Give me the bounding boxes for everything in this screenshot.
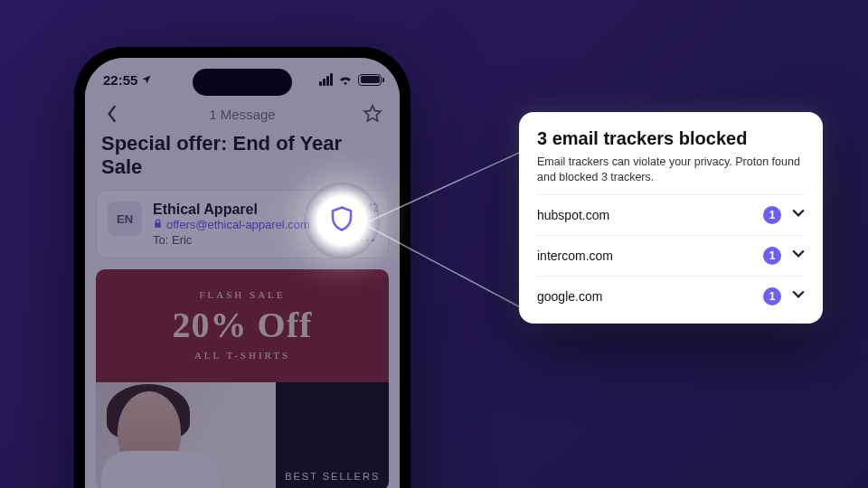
sender-email: offers@ethical-apparel.com: [166, 218, 310, 231]
to-line: To: Eric: [153, 233, 377, 247]
email-body: FLASH SALE 20% Off ALL T-SHIRTS BEST SEL…: [96, 269, 389, 488]
tracker-row[interactable]: intercom.com 1: [537, 235, 805, 276]
tracker-count-badge: 1: [763, 206, 781, 224]
promo-right: BEST SELLERS: [276, 382, 389, 488]
popup-desc: Email trackers can violate your privacy.…: [537, 155, 805, 185]
promo-headline: 20% Off: [105, 304, 380, 346]
trackers-popup: 3 email trackers blocked Email trackers …: [519, 112, 823, 324]
chevron-down-icon[interactable]: [792, 288, 805, 304]
promo-kicker: FLASH SALE: [105, 289, 380, 300]
status-time: 22:55: [103, 72, 137, 88]
battery-icon: [358, 74, 382, 86]
phone-screen: 22:55 1 Message Special offer:: [85, 58, 400, 488]
message-nav: 1 Message: [85, 101, 400, 130]
sender-card[interactable]: EN Ethical Apparel offers@ethical-appare…: [96, 190, 389, 258]
tracker-row[interactable]: hubspot.com 1: [537, 194, 805, 235]
sender-avatar: EN: [108, 202, 142, 236]
reply-icon[interactable]: [334, 200, 346, 215]
phone-frame: 22:55 1 Message Special offer:: [74, 47, 410, 488]
email-time: 12:42: [352, 202, 379, 214]
sender-email-row: offers@ethical-apparel.com: [153, 218, 377, 231]
popup-title: 3 email trackers blocked: [537, 128, 805, 149]
notch: [193, 69, 292, 96]
location-icon: [141, 72, 152, 88]
nav-title: 1 Message: [209, 107, 275, 122]
promo-banner: FLASH SALE 20% Off ALL T-SHIRTS: [96, 269, 389, 382]
signal-icon: [319, 73, 333, 86]
tracker-count-badge: 1: [763, 247, 781, 265]
promo-photo: [96, 382, 276, 488]
back-button[interactable]: [101, 103, 123, 125]
star-button[interactable]: [362, 103, 383, 125]
lock-icon: [153, 218, 163, 231]
chevron-down-icon[interactable]: [792, 207, 805, 222]
tracker-count-badge: 1: [763, 287, 781, 305]
wifi-icon: [338, 72, 353, 88]
tracker-domain: hubspot.com: [537, 208, 609, 222]
email-subject: Special offer: End of Year Sale: [85, 130, 400, 188]
tracker-domain: intercom.com: [537, 249, 613, 263]
chevron-down-icon[interactable]: [792, 248, 805, 263]
promo-sub: ALL T-SHIRTS: [105, 350, 380, 361]
tracker-domain: google.com: [537, 289, 602, 304]
tracker-row[interactable]: google.com 1: [537, 276, 805, 316]
more-button[interactable]: ···: [360, 232, 377, 249]
shield-small-icon[interactable]: [316, 200, 328, 215]
